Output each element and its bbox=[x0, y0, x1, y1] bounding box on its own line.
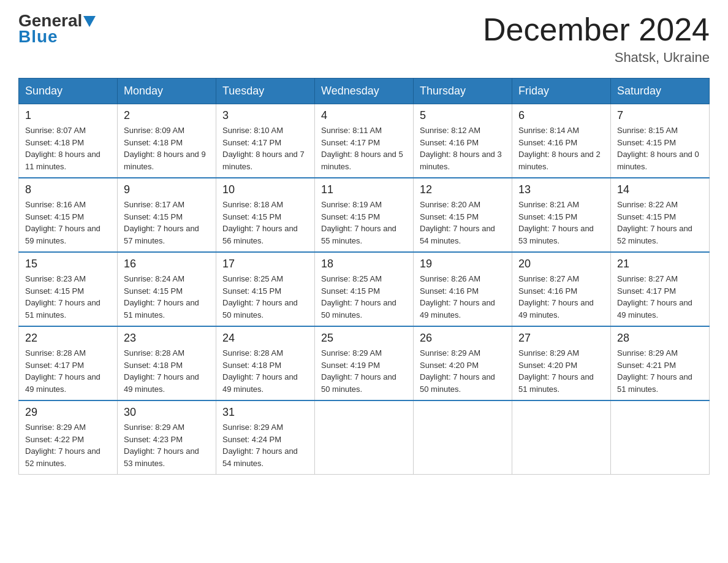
day-info: Sunrise: 8:25 AM Sunset: 4:15 PM Dayligh… bbox=[321, 273, 407, 321]
day-number: 19 bbox=[420, 258, 506, 270]
logo: General Blue bbox=[18, 12, 96, 47]
calendar-cell: 25 Sunrise: 8:29 AM Sunset: 4:19 PM Dayl… bbox=[315, 326, 414, 400]
day-number: 23 bbox=[124, 332, 210, 345]
day-info: Sunrise: 8:15 AM Sunset: 4:15 PM Dayligh… bbox=[617, 124, 703, 172]
calendar-cell bbox=[512, 400, 611, 475]
day-info: Sunrise: 8:26 AM Sunset: 4:16 PM Dayligh… bbox=[420, 273, 506, 321]
page-header: General Blue December 2024 Shatsk, Ukrai… bbox=[18, 12, 710, 66]
day-number: 6 bbox=[518, 109, 604, 122]
title-block: December 2024 Shatsk, Ukraine bbox=[483, 12, 710, 66]
day-number: 18 bbox=[321, 258, 407, 270]
day-number: 26 bbox=[420, 332, 506, 345]
calendar-cell: 11 Sunrise: 8:19 AM Sunset: 4:15 PM Dayl… bbox=[315, 178, 414, 252]
calendar-cell: 23 Sunrise: 8:28 AM Sunset: 4:18 PM Dayl… bbox=[118, 326, 216, 400]
day-number: 5 bbox=[420, 109, 506, 122]
day-info: Sunrise: 8:29 AM Sunset: 4:21 PM Dayligh… bbox=[617, 347, 703, 395]
weekday-header-thursday: Thursday bbox=[414, 79, 512, 104]
calendar-week-row-4: 22 Sunrise: 8:28 AM Sunset: 4:17 PM Dayl… bbox=[19, 326, 710, 400]
weekday-header-tuesday: Tuesday bbox=[216, 79, 315, 104]
logo-blue: Blue bbox=[18, 27, 58, 47]
weekday-header-row: SundayMondayTuesdayWednesdayThursdayFrid… bbox=[19, 79, 710, 104]
weekday-header-sunday: Sunday bbox=[19, 79, 118, 104]
calendar-cell: 28 Sunrise: 8:29 AM Sunset: 4:21 PM Dayl… bbox=[611, 326, 710, 400]
calendar-cell: 17 Sunrise: 8:25 AM Sunset: 4:15 PM Dayl… bbox=[216, 252, 315, 326]
day-info: Sunrise: 8:29 AM Sunset: 4:23 PM Dayligh… bbox=[124, 421, 210, 469]
day-info: Sunrise: 8:11 AM Sunset: 4:17 PM Dayligh… bbox=[321, 124, 407, 172]
day-number: 4 bbox=[321, 109, 407, 122]
day-info: Sunrise: 8:28 AM Sunset: 4:18 PM Dayligh… bbox=[124, 347, 210, 395]
day-info: Sunrise: 8:14 AM Sunset: 4:16 PM Dayligh… bbox=[518, 124, 604, 172]
day-info: Sunrise: 8:25 AM Sunset: 4:15 PM Dayligh… bbox=[222, 273, 308, 321]
calendar-cell: 26 Sunrise: 8:29 AM Sunset: 4:20 PM Dayl… bbox=[414, 326, 512, 400]
day-number: 24 bbox=[222, 332, 308, 345]
day-number: 1 bbox=[25, 109, 111, 122]
day-number: 13 bbox=[518, 183, 604, 196]
day-info: Sunrise: 8:28 AM Sunset: 4:17 PM Dayligh… bbox=[25, 347, 111, 395]
calendar-cell: 3 Sunrise: 8:10 AM Sunset: 4:17 PM Dayli… bbox=[216, 104, 315, 178]
day-info: Sunrise: 8:17 AM Sunset: 4:15 PM Dayligh… bbox=[124, 199, 210, 247]
day-number: 27 bbox=[518, 332, 604, 345]
calendar-cell: 20 Sunrise: 8:27 AM Sunset: 4:16 PM Dayl… bbox=[512, 252, 611, 326]
day-number: 30 bbox=[124, 406, 210, 419]
day-info: Sunrise: 8:29 AM Sunset: 4:20 PM Dayligh… bbox=[518, 347, 604, 395]
day-info: Sunrise: 8:19 AM Sunset: 4:15 PM Dayligh… bbox=[321, 199, 407, 247]
day-info: Sunrise: 8:09 AM Sunset: 4:18 PM Dayligh… bbox=[124, 124, 210, 172]
day-info: Sunrise: 8:22 AM Sunset: 4:15 PM Dayligh… bbox=[617, 199, 703, 247]
day-number: 25 bbox=[321, 332, 407, 345]
calendar-cell: 16 Sunrise: 8:24 AM Sunset: 4:15 PM Dayl… bbox=[118, 252, 216, 326]
day-number: 7 bbox=[617, 109, 703, 122]
calendar-cell: 29 Sunrise: 8:29 AM Sunset: 4:22 PM Dayl… bbox=[19, 400, 118, 475]
day-info: Sunrise: 8:29 AM Sunset: 4:20 PM Dayligh… bbox=[420, 347, 506, 395]
calendar-cell: 5 Sunrise: 8:12 AM Sunset: 4:16 PM Dayli… bbox=[414, 104, 512, 178]
calendar-cell: 30 Sunrise: 8:29 AM Sunset: 4:23 PM Dayl… bbox=[118, 400, 216, 475]
day-info: Sunrise: 8:12 AM Sunset: 4:16 PM Dayligh… bbox=[420, 124, 506, 172]
day-info: Sunrise: 8:27 AM Sunset: 4:17 PM Dayligh… bbox=[617, 273, 703, 321]
calendar-week-row-3: 15 Sunrise: 8:23 AM Sunset: 4:15 PM Dayl… bbox=[19, 252, 710, 326]
day-info: Sunrise: 8:20 AM Sunset: 4:15 PM Dayligh… bbox=[420, 199, 506, 247]
day-number: 2 bbox=[124, 109, 210, 122]
calendar-cell: 10 Sunrise: 8:18 AM Sunset: 4:15 PM Dayl… bbox=[216, 178, 315, 252]
calendar-cell bbox=[414, 400, 512, 475]
calendar-table: SundayMondayTuesdayWednesdayThursdayFrid… bbox=[18, 78, 710, 475]
day-number: 29 bbox=[25, 406, 111, 419]
calendar-week-row-1: 1 Sunrise: 8:07 AM Sunset: 4:18 PM Dayli… bbox=[19, 104, 710, 178]
day-info: Sunrise: 8:21 AM Sunset: 4:15 PM Dayligh… bbox=[518, 199, 604, 247]
weekday-header-saturday: Saturday bbox=[611, 79, 710, 104]
day-info: Sunrise: 8:28 AM Sunset: 4:18 PM Dayligh… bbox=[222, 347, 308, 395]
calendar-cell: 12 Sunrise: 8:20 AM Sunset: 4:15 PM Dayl… bbox=[414, 178, 512, 252]
day-number: 10 bbox=[222, 183, 308, 196]
logo-triangle-icon bbox=[83, 16, 96, 27]
day-info: Sunrise: 8:16 AM Sunset: 4:15 PM Dayligh… bbox=[25, 199, 111, 247]
day-number: 31 bbox=[222, 406, 308, 419]
calendar-cell: 1 Sunrise: 8:07 AM Sunset: 4:18 PM Dayli… bbox=[19, 104, 118, 178]
day-number: 12 bbox=[420, 183, 506, 196]
calendar-cell: 6 Sunrise: 8:14 AM Sunset: 4:16 PM Dayli… bbox=[512, 104, 611, 178]
calendar-cell: 15 Sunrise: 8:23 AM Sunset: 4:15 PM Dayl… bbox=[19, 252, 118, 326]
day-info: Sunrise: 8:24 AM Sunset: 4:15 PM Dayligh… bbox=[124, 273, 210, 321]
calendar-cell: 9 Sunrise: 8:17 AM Sunset: 4:15 PM Dayli… bbox=[118, 178, 216, 252]
day-info: Sunrise: 8:10 AM Sunset: 4:17 PM Dayligh… bbox=[222, 124, 308, 172]
month-title: December 2024 bbox=[483, 12, 710, 47]
day-info: Sunrise: 8:29 AM Sunset: 4:19 PM Dayligh… bbox=[321, 347, 407, 395]
calendar-cell: 4 Sunrise: 8:11 AM Sunset: 4:17 PM Dayli… bbox=[315, 104, 414, 178]
weekday-header-wednesday: Wednesday bbox=[315, 79, 414, 104]
calendar-cell: 18 Sunrise: 8:25 AM Sunset: 4:15 PM Dayl… bbox=[315, 252, 414, 326]
calendar-cell: 24 Sunrise: 8:28 AM Sunset: 4:18 PM Dayl… bbox=[216, 326, 315, 400]
day-info: Sunrise: 8:29 AM Sunset: 4:22 PM Dayligh… bbox=[25, 421, 111, 469]
day-number: 28 bbox=[617, 332, 703, 345]
calendar-cell bbox=[315, 400, 414, 475]
day-info: Sunrise: 8:29 AM Sunset: 4:24 PM Dayligh… bbox=[222, 421, 308, 469]
calendar-cell: 8 Sunrise: 8:16 AM Sunset: 4:15 PM Dayli… bbox=[19, 178, 118, 252]
day-info: Sunrise: 8:27 AM Sunset: 4:16 PM Dayligh… bbox=[518, 273, 604, 321]
location: Shatsk, Ukraine bbox=[483, 50, 710, 66]
day-info: Sunrise: 8:07 AM Sunset: 4:18 PM Dayligh… bbox=[25, 124, 111, 172]
calendar-cell: 19 Sunrise: 8:26 AM Sunset: 4:16 PM Dayl… bbox=[414, 252, 512, 326]
day-number: 22 bbox=[25, 332, 111, 345]
day-number: 20 bbox=[518, 258, 604, 270]
calendar-cell: 27 Sunrise: 8:29 AM Sunset: 4:20 PM Dayl… bbox=[512, 326, 611, 400]
calendar-week-row-5: 29 Sunrise: 8:29 AM Sunset: 4:22 PM Dayl… bbox=[19, 400, 710, 475]
calendar-cell: 7 Sunrise: 8:15 AM Sunset: 4:15 PM Dayli… bbox=[611, 104, 710, 178]
calendar-cell: 31 Sunrise: 8:29 AM Sunset: 4:24 PM Dayl… bbox=[216, 400, 315, 475]
calendar-cell: 2 Sunrise: 8:09 AM Sunset: 4:18 PM Dayli… bbox=[118, 104, 216, 178]
day-info: Sunrise: 8:18 AM Sunset: 4:15 PM Dayligh… bbox=[222, 199, 308, 247]
